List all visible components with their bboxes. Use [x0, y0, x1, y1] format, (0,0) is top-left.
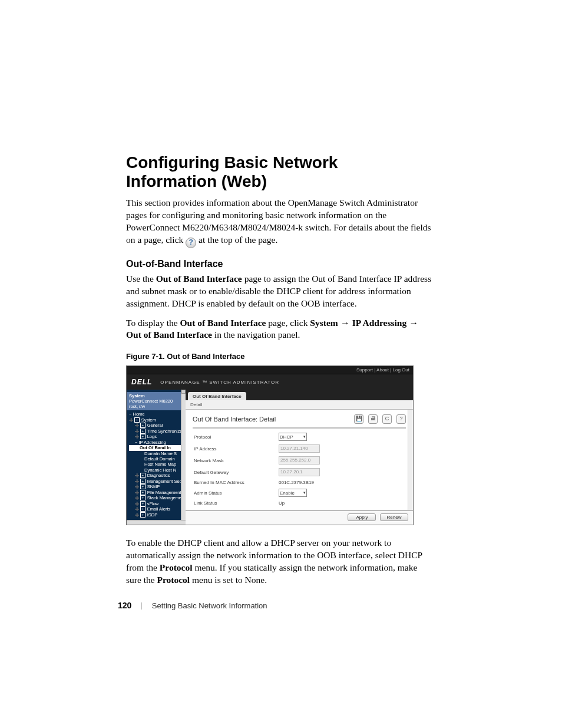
paragraph-4: To enable the DHCP client and allow a DH…	[126, 537, 432, 587]
nav-item-label: Host Name Map	[144, 462, 176, 467]
field-value-cell: Up	[277, 499, 406, 508]
field-label: Admin Status	[193, 487, 277, 499]
field-label: Burned In MAC Address	[193, 478, 277, 487]
figure-caption: Figure 7-1. Out of Band Interface	[126, 352, 432, 361]
nav-item-label: SNMP	[147, 484, 160, 489]
expand-icon[interactable]: +	[140, 506, 146, 512]
help-icon[interactable]: ?	[396, 414, 406, 424]
field-label: Network Mask	[193, 454, 277, 466]
content-vscrollbar[interactable]	[408, 410, 413, 510]
expand-icon[interactable]: +	[140, 473, 146, 478]
nav-tree[interactable]: System PowerConnect M6220 root, r/w Home…	[127, 390, 186, 525]
nav-item-label: ISDP	[147, 512, 158, 518]
apply-button[interactable]: Apply	[348, 513, 376, 521]
nav-system-block: System PowerConnect M6220 root, r/w	[127, 392, 186, 410]
main-tab[interactable]: Out Of Band Interface	[188, 392, 246, 401]
refresh-icon[interactable]: C	[382, 414, 392, 424]
readonly-network-mask: 255.255.252.0	[279, 456, 320, 465]
page-number: 120	[118, 601, 131, 610]
button-row: Apply Renew	[186, 510, 413, 525]
nav-item-label: Home	[133, 411, 144, 417]
expand-icon[interactable]: +	[140, 484, 146, 489]
expand-icon[interactable]: +	[140, 490, 146, 495]
expand-icon[interactable]: +	[140, 423, 146, 428]
fields-table: ProtocolDHCPIP Address10.27.21.140Networ…	[193, 431, 406, 508]
expand-icon[interactable]: +	[140, 429, 146, 434]
nav-item[interactable]: +System	[129, 417, 181, 423]
expand-icon[interactable]: +	[140, 434, 146, 439]
nav-item[interactable]: +sFlow	[129, 501, 181, 507]
nav-item[interactable]: Home	[129, 411, 181, 417]
shot-brand-bar: DELL OPENMANAGE ™ SWITCH ADMINISTRATOR	[127, 374, 413, 390]
nav-item[interactable]: +Management Security	[129, 479, 181, 485]
save-icon[interactable]: 💾	[354, 414, 363, 424]
nav-item[interactable]: Domain Name S	[129, 451, 181, 456]
intro-text-b: at the top of the page.	[199, 235, 277, 245]
expand-icon[interactable]: +	[140, 479, 146, 484]
renew-button[interactable]: Renew	[380, 513, 408, 521]
field-value-cell: 001C.2379.3B19	[277, 478, 406, 487]
nav-item-label: General	[147, 423, 163, 428]
nav-item[interactable]: +Stack Management	[129, 495, 181, 501]
nav-item[interactable]: +SNMP	[129, 484, 181, 490]
expand-icon[interactable]: +	[140, 495, 146, 500]
tab-bar: Out Of Band Interface	[186, 390, 413, 400]
field-value-cell: Enable	[277, 487, 406, 499]
select-protocol[interactable]: DHCP	[279, 433, 307, 441]
expand-icon[interactable]: +	[134, 417, 140, 423]
field-row: Default Gateway10.27.20.1	[193, 466, 406, 478]
section-heading: Configuring Basic Network Information (W…	[126, 153, 432, 191]
nav-item-label: Out Of Band In	[140, 445, 171, 450]
nav-item-label: Dynamic Host N	[144, 467, 176, 473]
nav-item-label: Management Security	[147, 479, 181, 484]
nav-item[interactable]: IP Addressing	[129, 440, 181, 445]
nav-item[interactable]: +Logs	[129, 434, 181, 440]
nav-sys-l2: PowerConnect M6220	[129, 398, 183, 404]
nav-item[interactable]: +Email Alerts	[129, 506, 181, 512]
value-link-status: Up	[279, 500, 285, 506]
content-panel: Out Of Band Interface Detail Out Of Band…	[186, 390, 413, 525]
expand-icon[interactable]: +	[140, 501, 146, 506]
nav-item[interactable]: +Time Synchronization	[129, 429, 181, 434]
p4-bold2: Protocol	[157, 575, 190, 585]
field-row: ProtocolDHCP	[193, 431, 406, 443]
sub-tab[interactable]: Detail	[186, 400, 413, 410]
nav-item[interactable]: Dynamic Host N	[129, 467, 181, 473]
arrow-1: →	[338, 318, 352, 328]
shot-top-links[interactable]: Support | About | Log Out	[127, 366, 413, 374]
nav-item[interactable]: +File Management	[129, 490, 181, 496]
paragraph-3: To display the Out of Band Interface pag…	[126, 317, 432, 342]
p3-a: To display the	[126, 318, 180, 328]
nav-item-label: sFlow	[147, 501, 159, 506]
nav-item[interactable]: Host Name Map	[129, 462, 181, 467]
select-admin-status[interactable]: Enable	[279, 489, 307, 497]
nav-hscrollbar[interactable]	[127, 520, 186, 525]
value-burned-in-mac-address: 001C.2379.3B19	[279, 480, 314, 485]
nav-item-label: Logs	[147, 434, 157, 439]
nav-vscrollbar[interactable]	[181, 390, 186, 525]
print-icon[interactable]: 🖶	[368, 414, 378, 424]
nav-item[interactable]: Default Domain	[129, 456, 181, 462]
readonly-ip-address: 10.27.21.140	[279, 444, 320, 453]
field-label: Default Gateway	[193, 466, 277, 478]
nav-item-label: Default Domain	[144, 456, 175, 462]
p3-bold1: Out of Band Interface	[180, 318, 266, 328]
p4-bold1: Protocol	[160, 562, 193, 572]
nav-item[interactable]: +Diagnostics	[129, 473, 181, 479]
field-row: Network Mask255.255.252.0	[193, 454, 406, 466]
footer-title: Setting Basic Network Information	[152, 601, 267, 610]
dell-logo: DELL	[131, 378, 152, 386]
intro-text-a: This section provides information about …	[126, 197, 431, 245]
nav-item[interactable]: +ISDP	[129, 512, 181, 518]
field-row: Admin StatusEnable	[193, 487, 406, 499]
nav-item-label: Stack Management	[147, 495, 181, 500]
expand-icon[interactable]: +	[140, 512, 146, 518]
p3-bold2: System	[310, 318, 338, 328]
help-icon: ?	[186, 238, 196, 248]
field-value-cell: 10.27.20.1	[277, 466, 406, 478]
nav-item-label: Time Synchronization	[147, 429, 181, 434]
nav-item[interactable]: Out Of Band In	[129, 445, 181, 450]
nav-item[interactable]: +General	[129, 423, 181, 429]
detail-panel: Out Of Band Interface: Detail 💾 🖶 C ? Pr…	[186, 410, 413, 510]
p2-a: Use the	[126, 274, 156, 284]
